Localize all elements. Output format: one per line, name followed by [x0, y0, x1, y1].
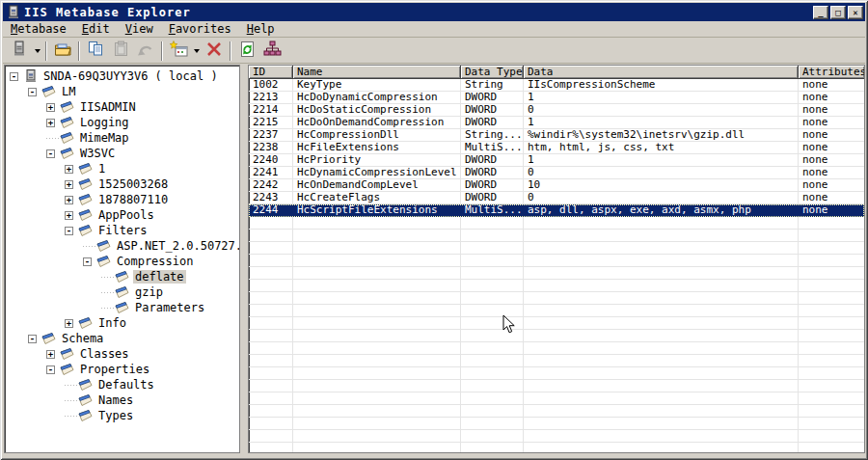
close-button[interactable]: ✕	[848, 6, 863, 19]
collapse-toggle[interactable]: -	[46, 365, 55, 374]
empty-cell	[293, 380, 461, 392]
table-row-2240[interactable]: 2240HcPriorityDWORD1none	[249, 154, 864, 167]
key-icon	[59, 116, 75, 129]
column-header-data[interactable]: Data	[524, 66, 799, 79]
tree-item-schema[interactable]: -Schema	[5, 331, 239, 346]
empty-cell	[249, 230, 293, 242]
expand-toggle[interactable]: +	[65, 165, 73, 174]
tree-item-1525003268[interactable]: +1525003268	[5, 176, 239, 192]
tree-item-lm[interactable]: -LM	[5, 84, 239, 99]
tree-item-label: MimeMap	[78, 131, 131, 145]
open-folder-button[interactable]	[51, 41, 74, 62]
expand-toggle[interactable]: +	[46, 119, 55, 127]
new-key-icon	[170, 41, 188, 62]
empty-cell	[461, 367, 524, 380]
empty-cell	[461, 230, 524, 242]
table-row-2213[interactable]: 2213HcDoDynamicCompressionDWORD1none	[249, 92, 864, 104]
tree-item-snda-69q3uyy3v6-local[interactable]: -SNDA-69Q3UYY3V6 ( local )	[5, 68, 239, 84]
expand-toggle[interactable]: +	[46, 350, 55, 359]
empty-cell	[799, 217, 864, 230]
cell-id: 2242	[249, 179, 293, 192]
menu-help[interactable]: Help	[239, 21, 283, 37]
minimize-button[interactable]: _	[813, 6, 828, 19]
tree-item-defaults[interactable]: Defaults	[5, 377, 239, 392]
tree-item-parameters[interactable]: Parameters	[5, 300, 239, 315]
menu-edit[interactable]: Edit	[74, 21, 118, 37]
tree-item-1[interactable]: +1	[5, 161, 239, 176]
tree-item-info[interactable]: +Info	[5, 315, 239, 331]
empty-row	[249, 267, 864, 280]
metabase-key-list[interactable]: IDNameData TypeDataAttributes 1002KeyTyp…	[248, 65, 865, 453]
tree-item-filters[interactable]: -Filters	[5, 223, 239, 238]
column-header-id[interactable]: ID	[249, 66, 293, 79]
cell-name: HcDoDynamicCompression	[293, 92, 461, 104]
tree-item-classes[interactable]: +Classes	[5, 346, 239, 362]
empty-row	[249, 305, 864, 317]
tree-item-1878807110[interactable]: +1878807110	[5, 192, 239, 207]
table-row-2214[interactable]: 2214HcDoStaticCompressionDWORD0none	[249, 104, 864, 117]
connect-server-button[interactable]	[8, 41, 31, 62]
tree-item-label: Logging	[78, 116, 131, 129]
key-icon	[77, 193, 94, 206]
tree-item-apppools[interactable]: +AppPools	[5, 207, 239, 223]
tree-item-gzip[interactable]: gzip	[5, 284, 239, 300]
expand-toggle[interactable]: +	[65, 180, 73, 189]
cell-id: 2238	[249, 142, 293, 154]
empty-cell	[799, 255, 864, 267]
collapse-toggle[interactable]: -	[10, 72, 18, 81]
cell-data-type: DWORD	[461, 179, 524, 192]
table-row-1002[interactable]: 1002KeyTypeStringIIsCompressionSchemenon…	[249, 79, 864, 92]
tree-item-compression[interactable]: -Compression	[5, 254, 239, 269]
column-header-name[interactable]: Name	[293, 66, 461, 79]
title-bar[interactable]: IIS Metabase Explorer _ □ ✕	[3, 3, 865, 21]
collapse-toggle[interactable]: -	[28, 88, 37, 96]
table-row-2244[interactable]: 2244HcScriptFileExtensionsMultiS...asp, …	[249, 204, 864, 217]
empty-cell	[249, 380, 293, 392]
menu-metabase[interactable]: Metabase	[3, 21, 74, 37]
tree-item-w3svc[interactable]: -W3SVC	[5, 146, 239, 161]
list-body[interactable]: 1002KeyTypeStringIIsCompressionSchemenon…	[249, 79, 864, 452]
cell-data-type: MultiS...	[461, 204, 524, 217]
table-row-2237[interactable]: 2237HcCompressionDllString...%windir%\sy…	[249, 129, 864, 142]
menu-view[interactable]: View	[118, 21, 161, 37]
collapse-toggle[interactable]: -	[28, 335, 37, 343]
collapse-toggle[interactable]: -	[46, 149, 55, 158]
tree-view-button[interactable]	[260, 41, 284, 62]
tree-connector	[101, 277, 114, 278]
empty-cell	[799, 230, 864, 242]
table-row-2242[interactable]: 2242HcOnDemandCompLevelDWORD10none	[249, 179, 864, 192]
refresh-button[interactable]	[235, 41, 258, 62]
tree-item-logging[interactable]: +Logging	[5, 115, 239, 130]
tree-item-iisadmin[interactable]: +IISADMIN	[5, 99, 239, 115]
menu-favorites[interactable]: Favorites	[161, 21, 239, 37]
tree-item-types[interactable]: Types	[5, 408, 239, 423]
tree-item-properties[interactable]: -Properties	[5, 362, 239, 377]
tree-view[interactable]: -SNDA-69Q3UYY3V6 ( local )-LM+IISADMIN+L…	[4, 65, 240, 453]
new-key-button[interactable]	[167, 41, 190, 62]
maximize-button[interactable]: □	[830, 6, 846, 19]
copy-button[interactable]	[84, 41, 107, 62]
expand-toggle[interactable]: +	[65, 319, 73, 328]
panel-splitter[interactable]	[240, 65, 248, 453]
expand-toggle[interactable]: +	[65, 196, 73, 204]
table-row-2241[interactable]: 2241HcDynamicCompressionLevelDWORD0none	[249, 167, 864, 179]
column-header-attributes[interactable]: Attributes	[799, 66, 865, 79]
table-row-2238[interactable]: 2238HcFileExtensionsMultiS...htm, html, …	[249, 142, 864, 154]
tree-item-mimemap[interactable]: MimeMap	[5, 130, 239, 146]
connect-server-dropdown-arrow[interactable]	[32, 41, 42, 62]
column-header-data-type[interactable]: Data Type	[461, 66, 524, 79]
table-row-2243[interactable]: 2243HcCreateFlagsDWORD0none	[249, 192, 864, 204]
table-row-2215[interactable]: 2215HcDoOnDemandCompressionDWORD1none	[249, 117, 864, 129]
tree-item-label: Schema	[60, 332, 105, 345]
delete-button[interactable]	[203, 41, 226, 62]
expand-toggle[interactable]: +	[46, 103, 55, 112]
empty-cell	[293, 317, 461, 330]
new-key-dropdown-arrow[interactable]	[191, 41, 202, 62]
expand-toggle[interactable]: +	[65, 211, 73, 220]
tree-item-deflate[interactable]: deflate	[5, 269, 239, 284]
tree-item-asp-net-2-0-50727-0[interactable]: ASP.NET_2.0.50727.0	[5, 238, 239, 254]
collapse-toggle[interactable]: -	[83, 257, 92, 266]
collapse-toggle[interactable]: -	[65, 227, 73, 235]
tree-item-names[interactable]: Names	[5, 392, 239, 408]
empty-cell	[524, 242, 799, 255]
